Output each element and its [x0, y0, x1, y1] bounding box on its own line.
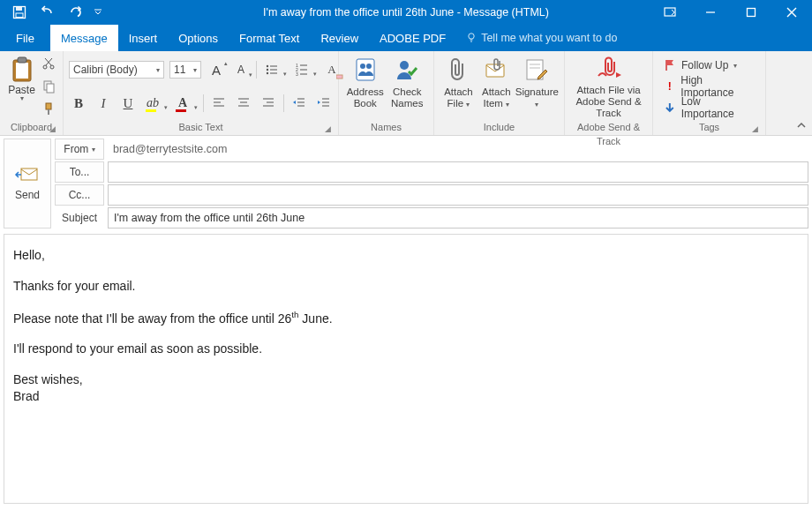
svg-point-53	[366, 64, 372, 69]
check-names-icon	[394, 56, 420, 83]
tell-me-search[interactable]: Tell me what you want to do	[456, 25, 626, 51]
svg-rect-35	[336, 75, 342, 79]
cut-button[interactable]	[40, 55, 57, 72]
numbering-button[interactable]: 123▾	[292, 60, 312, 79]
tab-message[interactable]: Message	[50, 25, 118, 51]
svg-point-23	[267, 65, 268, 67]
clear-formatting-button[interactable]: A	[322, 60, 342, 79]
paste-button[interactable]: Paste ▾	[5, 55, 38, 102]
check-names-label: Check Names	[387, 86, 429, 109]
svg-rect-13	[16, 63, 28, 79]
group-adobe: Attach File via Adobe Send & Track Adobe…	[565, 51, 653, 135]
collapse-ribbon-button[interactable]	[796, 121, 807, 131]
quick-access-toolbar	[0, 0, 111, 25]
minimize-button[interactable]	[690, 0, 731, 25]
tab-file[interactable]: File	[0, 25, 50, 51]
flag-icon	[664, 59, 676, 71]
svg-point-24	[267, 69, 268, 71]
to-button[interactable]: To...	[55, 161, 104, 183]
align-center-button[interactable]	[234, 94, 253, 113]
low-importance-button[interactable]: Low Importance	[660, 99, 758, 116]
address-book-icon	[352, 56, 379, 83]
address-book-label: Address Book	[344, 86, 387, 109]
group-label-adobe: Adobe Send & Track	[570, 120, 647, 135]
italic-button[interactable]: I	[94, 94, 113, 113]
svg-rect-55	[486, 64, 504, 77]
underline-button[interactable]: U	[118, 94, 138, 113]
grow-font-button[interactable]: A▴	[207, 60, 226, 79]
title-bar: I'm away from the office until 26th June…	[0, 0, 812, 25]
redo-button[interactable]	[65, 2, 86, 23]
group-label-names: Names	[344, 120, 428, 135]
svg-rect-14	[18, 57, 26, 63]
chevron-down-icon: ▾	[20, 94, 24, 102]
send-button[interactable]: Send	[4, 139, 51, 229]
cc-button[interactable]: Cc...	[55, 184, 104, 206]
attach-item-label: Attach Item ▾	[477, 86, 515, 110]
save-button[interactable]	[9, 2, 30, 23]
follow-up-button[interactable]: Follow Up ▾	[660, 56, 758, 74]
svg-rect-6	[748, 9, 756, 17]
address-book-button[interactable]: Address Book	[344, 55, 387, 109]
close-button[interactable]	[771, 0, 812, 25]
lightbulb-icon	[465, 32, 477, 44]
svg-line-18	[45, 58, 51, 65]
decrease-indent-button[interactable]	[289, 94, 309, 113]
font-family-select[interactable]: Calibri (Body)▾	[69, 61, 164, 79]
svg-point-15	[43, 65, 47, 69]
tab-options[interactable]: Options	[168, 25, 229, 51]
dialog-launcher-icon[interactable]: ◢	[325, 122, 331, 136]
paperclip-icon	[447, 56, 470, 83]
format-painter-button[interactable]	[40, 101, 57, 118]
tab-adobe-pdf[interactable]: ADOBE PDF	[369, 25, 456, 51]
bullets-button[interactable]: ▾	[262, 60, 282, 79]
align-left-button[interactable]	[209, 94, 229, 113]
qat-customize-icon[interactable]	[94, 0, 102, 25]
undo-button[interactable]	[37, 2, 58, 23]
arrow-down-icon	[664, 101, 676, 114]
ribbon-tabs: File Message Insert Options Format Text …	[0, 25, 812, 51]
tell-me-label: Tell me what you want to do	[481, 32, 617, 44]
highlight-button[interactable]: ab▾	[143, 94, 162, 113]
tab-review[interactable]: Review	[310, 25, 369, 51]
to-field[interactable]	[108, 161, 808, 183]
tab-format-text[interactable]: Format Text	[229, 25, 310, 51]
send-icon	[14, 166, 41, 184]
compose-header: Send From ▾ brad@terrytestsite.com To...…	[0, 136, 812, 229]
tab-insert[interactable]: Insert	[118, 25, 169, 51]
group-label-basic-text: Basic Text◢	[69, 120, 333, 135]
cc-field[interactable]	[108, 184, 808, 206]
adobe-send-track-button[interactable]: Attach File via Adobe Send & Track	[570, 55, 647, 119]
attach-item-button[interactable]: Attach Item ▾	[477, 55, 515, 110]
font-size-select[interactable]: 11▾	[169, 61, 201, 79]
signature-icon	[523, 56, 550, 83]
send-label: Send	[15, 189, 40, 201]
copy-button[interactable]	[40, 78, 57, 95]
align-right-button[interactable]	[259, 94, 278, 113]
check-names-button[interactable]: Check Names	[387, 55, 429, 109]
from-button[interactable]: From ▾	[55, 139, 104, 160]
body-line: Please note that I'll be away from the o…	[13, 309, 799, 327]
align-left-icon	[212, 96, 226, 110]
message-body[interactable]: Hello, Thanks for your email. Please not…	[4, 234, 808, 504]
svg-rect-21	[46, 103, 51, 109]
font-color-button[interactable]: A▾	[173, 94, 192, 113]
shrink-font-button[interactable]: A▾	[231, 60, 251, 79]
attach-file-button[interactable]: Attach File ▾	[440, 55, 477, 110]
signature-button[interactable]: Signature ▾	[515, 55, 559, 110]
high-importance-button[interactable]: ! High Importance	[660, 78, 758, 95]
svg-text:3: 3	[296, 71, 298, 77]
subject-field[interactable]: I'm away from the office until 26th June	[108, 207, 808, 229]
adobe-send-track-label: Attach File via Adobe Send & Track	[570, 85, 647, 119]
bold-button[interactable]: B	[69, 94, 88, 113]
svg-point-25	[267, 72, 268, 74]
increase-indent-button[interactable]	[314, 94, 334, 113]
outdent-icon	[292, 96, 306, 110]
maximize-button[interactable]	[731, 0, 771, 25]
align-center-icon	[237, 96, 251, 110]
dialog-launcher-icon[interactable]: ◢	[49, 122, 56, 136]
window-title: I'm away from the office until 26th June…	[263, 6, 549, 19]
ribbon-display-options-button[interactable]	[650, 0, 690, 25]
numbering-icon: 123	[295, 63, 309, 77]
dialog-launcher-icon[interactable]: ◢	[752, 122, 758, 136]
